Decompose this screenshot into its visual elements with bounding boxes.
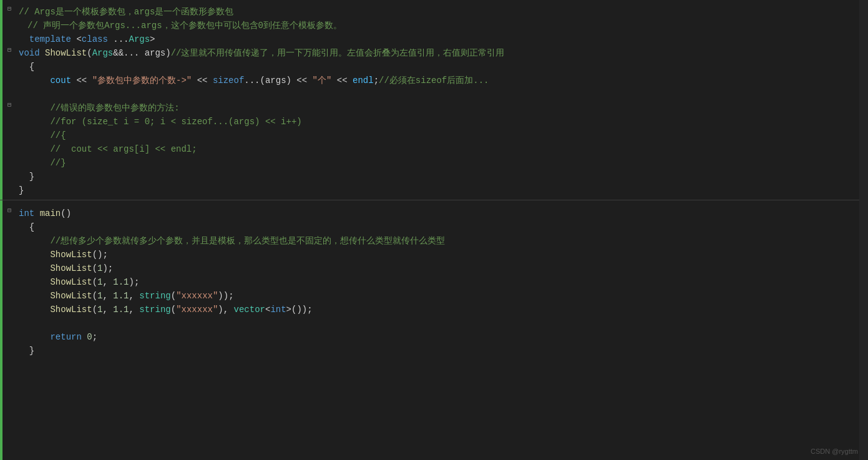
code-line-22: ShowList(1, 1.1, string("xxxxxx")); — [0, 289, 868, 303]
line-content-24 — [19, 316, 868, 330]
code-line-14: } — [0, 184, 868, 197]
line-content-23: ShowList(1, 1.1, string("xxxxxx"), vecto… — [19, 303, 868, 316]
line-content-1: // Args是一个模板参数包，args是一个函数形参数包 — [19, 5, 868, 19]
code-line-4: ⊟ void ShowList(Args&&... args)//这里就不用传值… — [0, 46, 868, 60]
code-line-5: { — [0, 60, 868, 74]
code-line-9: //for (size_t i = 0; i < sizeof...(args)… — [0, 115, 868, 129]
scrollbar-vertical[interactable] — [859, 0, 868, 460]
line-content-20: ShowList(1); — [19, 262, 868, 275]
code-editor: ⊟ // Args是一个模板参数包，args是一个函数形参数包 // 声明一个参… — [0, 0, 868, 460]
code-line-13: } — [0, 170, 868, 184]
code-line-10: //{ — [0, 129, 868, 142]
gutter-4[interactable]: ⊟ — [0, 46, 19, 54]
code-line-7 — [0, 87, 868, 101]
line-content-14: } — [19, 184, 868, 197]
code-line-6: cout << "参数包中参数的个数->" << sizeof...(args)… — [0, 74, 868, 87]
code-line-25: return 0; — [0, 330, 868, 344]
code-line-1: ⊟ // Args是一个模板参数包，args是一个函数形参数包 — [0, 5, 868, 19]
fold-btn-8[interactable]: ⊟ — [5, 101, 14, 109]
line-content-6: cout << "参数包中参数的个数->" << sizeof...(args)… — [19, 74, 868, 87]
code-line-3: template <class ...Args> — [0, 32, 868, 46]
line-content-10: //{ — [19, 129, 868, 142]
line-content-2: // 声明一个参数包Args...args，这个参数包中可以包含0到任意个模板参… — [19, 19, 868, 32]
line-content-12: //} — [19, 156, 868, 170]
line-content-22: ShowList(1, 1.1, string("xxxxxx")); — [19, 289, 868, 303]
fold-btn-1[interactable]: ⊟ — [5, 5, 14, 12]
code-line-21: ShowList(1, 1.1); — [0, 275, 868, 289]
code-line-12: //} — [0, 156, 868, 170]
code-line-11: // cout << args[i] << endl; — [0, 142, 868, 156]
line-content-16: int main() — [19, 207, 868, 220]
code-line-23: ShowList(1, 1.1, string("xxxxxx"), vecto… — [0, 303, 868, 316]
line-content-8: //错误的取参数包中参数的方法: — [19, 101, 868, 115]
line-content-11: // cout << args[i] << endl; — [19, 142, 868, 156]
code-line-16: ⊟ int main() — [0, 207, 868, 220]
gutter-8[interactable]: ⊟ — [0, 101, 19, 109]
separator-line — [0, 200, 868, 200]
code-line-2: // 声明一个参数包Args...args，这个参数包中可以包含0到任意个模板参… — [0, 19, 868, 32]
code-line-24 — [0, 316, 868, 330]
code-line-8: ⊟ //错误的取参数包中参数的方法: — [0, 101, 868, 115]
watermark: CSDN @rygttm — [811, 448, 858, 455]
line-content-9: //for (size_t i = 0; i < sizeof...(args)… — [19, 115, 868, 129]
code-line-19: ShowList(); — [0, 248, 868, 262]
fold-btn-16[interactable]: ⊟ — [5, 207, 14, 214]
code-line-26: } — [0, 344, 868, 358]
gutter-1[interactable]: ⊟ — [0, 5, 19, 12]
line-content-21: ShowList(1, 1.1); — [19, 275, 868, 289]
line-content-13: } — [19, 170, 868, 184]
line-content-7 — [19, 87, 868, 101]
gutter-16[interactable]: ⊟ — [0, 207, 19, 214]
code-line-18: //想传多少个参数就传多少个参数，并且是模板，那么类型也是不固定的，想传什么类型… — [0, 234, 868, 248]
line-content-19: ShowList(); — [19, 248, 868, 262]
line-content-17: { — [19, 220, 868, 234]
line-content-26: } — [19, 344, 868, 358]
code-line-20: ShowList(1); — [0, 262, 868, 275]
code-line-17: { — [0, 220, 868, 234]
line-content-4: void ShowList(Args&&... args)//这里就不用传值传递… — [19, 46, 868, 60]
fold-btn-4[interactable]: ⊟ — [5, 46, 14, 54]
line-content-3: template <class ...Args> — [19, 32, 868, 46]
line-content-18: //想传多少个参数就传多少个参数，并且是模板，那么类型也是不固定的，想传什么类型… — [19, 234, 868, 248]
code-area: ⊟ // Args是一个模板参数包，args是一个函数形参数包 // 声明一个参… — [0, 0, 868, 363]
line-content-5: { — [19, 60, 868, 74]
line-content-25: return 0; — [19, 330, 868, 344]
